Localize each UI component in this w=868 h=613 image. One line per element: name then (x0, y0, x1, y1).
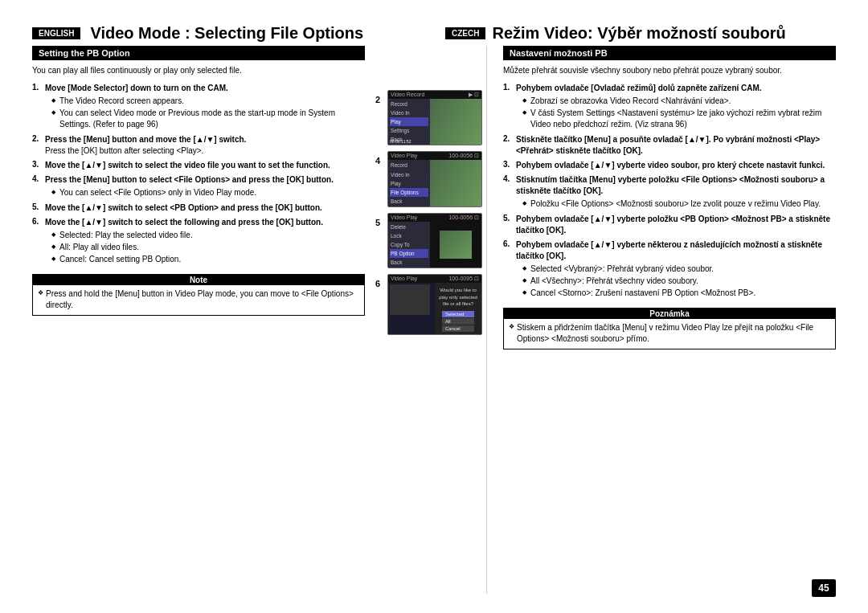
screen-4-body: Record Video In Play File Options Back (388, 160, 481, 206)
right-step-6-content: Pohybem ovladače [▲/▼] vyberte některou … (516, 239, 836, 300)
screen-5-menu-pboption: PB Option (390, 249, 428, 258)
czech-header-row: CZECH Režim Video: Výběr možností soubor… (442, 24, 836, 43)
screen-2-header-icons: ▶ ⊡ (469, 92, 479, 98)
screen-5-menu-copyto: Copy To (390, 240, 428, 249)
step-4-text: Press the [Menu] button to select <File … (45, 175, 334, 184)
right-step-5-text: Pohybem ovladače [▲/▼] vyberte položku <… (516, 215, 830, 235)
step-6-bullets: Selected: Play the selected video file. … (51, 230, 365, 265)
right-step-3: 3. Pohybem ovladače [▲/▼] vyberte video … (503, 160, 836, 171)
screen-5-menu-lock: Lock (390, 231, 428, 240)
screen-2: Video Record ▶ ⊡ Record Video In Play Se… (387, 90, 482, 145)
step-1-bullet-1: The Video Record screen appears. (51, 96, 365, 107)
screen-4: Video Play 100-0056 ⊡ Record Video In Pl… (387, 151, 482, 206)
screen-4-wrap: 4 Video Play 100-0056 ⊡ Record Video In … (387, 151, 482, 210)
left-column: Setting the PB Option You can play all f… (32, 46, 365, 594)
screen-5-image (430, 222, 481, 268)
step-3-content: Move the [▲/▼] switch to select the vide… (45, 160, 365, 171)
left-note-title: Note (33, 275, 364, 285)
right-step-4-text: Stisknutím tlačítka [Menu] vyberte polož… (516, 175, 825, 195)
title-czech: Režim Video: Výběr možností souborů (492, 24, 785, 43)
right-note-title: Poznámka (504, 309, 835, 319)
right-step-5: 5. Pohybem ovladače [▲/▼] vyberte položk… (503, 214, 836, 236)
screen-6-dialog: Would you like to play only selected fil… (435, 283, 481, 333)
screen-5-wrap: 5 Video Play 100-0056 ⊡ Delete Lock Copy… (387, 213, 482, 272)
right-step-4-number: 4. (503, 174, 513, 183)
screen-4-menu-videoin: Video In (390, 170, 428, 179)
screen-2-menu: Record Video In Play Settings Back (388, 99, 430, 145)
right-steps: 1. Pohybem ovladače [Ovladač režimů] dol… (503, 83, 836, 303)
right-step-3-content: Pohybem ovladače [▲/▼] vyberte video sou… (516, 160, 836, 171)
screen-4-menu-play: Play (390, 179, 428, 188)
right-step-1-text: Pohybem ovladače [Ovladač režimů] dolů z… (516, 84, 762, 92)
screen-5-thumb (440, 231, 472, 259)
step-4: 4. Press the [Menu] button to select <Fi… (32, 174, 365, 199)
right-step-1-number: 1. (503, 83, 513, 92)
left-steps: 1. Move [Mode Selector] down to turn on … (32, 83, 365, 269)
screen-5-body: Delete Lock Copy To PB Option Back (388, 222, 481, 268)
right-column: Nastavení možnosti PB Můžete přehrát sou… (491, 46, 836, 594)
screen-2-number: 2 (375, 95, 380, 104)
screen-4-image (430, 160, 481, 206)
screen-6-header-right: 100-0095 ⊡ (448, 276, 479, 282)
step-6-content: Move the [▲/▼] switch to select the foll… (45, 217, 365, 266)
screen-6-dialog-selected: Selected (442, 311, 474, 317)
screen-4-header-right: 100-0056 ⊡ (448, 153, 479, 159)
screen-5-menu-back: Back (390, 258, 428, 267)
screen-6-wrap: 6 Video Play 100-0095 ⊡ Would you like t… (387, 274, 482, 337)
screen-6-number: 6 (375, 279, 380, 288)
left-note-box: Note Press and hold the [Menu] button in… (32, 274, 365, 316)
screen-6-dialog-text: Would you like to play only selected fil… (436, 284, 480, 309)
right-step-5-number: 5. (503, 214, 513, 223)
step-2-content: Press the [Menu] button and move the [▲/… (45, 134, 365, 157)
screen-4-header: Video Play 100-0056 ⊡ (388, 152, 481, 160)
step-1: 1. Move [Mode Selector] down to turn on … (32, 83, 365, 131)
step-3: 3. Move the [▲/▼] switch to select the v… (32, 160, 365, 171)
screen-5-number: 5 (375, 218, 380, 227)
english-header-row: ENGLISH Video Mode : Selecting File Opti… (32, 24, 426, 43)
right-step-1-bullet-1: Zobrazí se obrazovka Video Record <Nahrá… (522, 96, 836, 107)
screen-4-header-left: Video Play (391, 153, 417, 159)
right-step-1-content: Pohybem ovladače [Ovladač režimů] dolů z… (516, 83, 836, 131)
screen-6: Video Play 100-0095 ⊡ Would you like to … (387, 274, 482, 334)
left-intro: You can play all files continuously or p… (32, 65, 365, 76)
title-english: Video Mode : Selecting File Options (90, 24, 363, 43)
right-note-box: Poznámka Stiskem a přidržením tlačítka [… (503, 308, 836, 349)
screens-column: 2 Video Record ▶ ⊡ Record Video In Play … (365, 46, 482, 594)
right-step-1-bullet-2: V části System Settings <Nastavení systé… (522, 108, 836, 130)
top-header: ENGLISH Video Mode : Selecting File Opti… (32, 24, 836, 44)
screen-2-image: 00:00:11:52 (430, 99, 481, 145)
screen-4-menu-fileoptions: File Options (390, 188, 428, 197)
right-step-5-content: Pohybem ovladače [▲/▼] vyberte položku <… (516, 214, 836, 236)
right-step-6-bullet-3: Cancel <Storno>: Zrušení nastavení PB Op… (522, 288, 836, 299)
right-step-4: 4. Stisknutím tlačítka [Menu] vyberte po… (503, 174, 836, 210)
english-tab: ENGLISH (32, 27, 80, 39)
screen-6-dialog-cancel: Cancel (442, 325, 474, 332)
column-divider (486, 46, 487, 594)
right-note-bullet-1: Stiskem a přidržením tlačítka [Menu] v r… (509, 322, 830, 345)
step-5-content: Move the [▲/▼] switch to select <PB Opti… (45, 202, 365, 214)
right-intro: Můžete přehrát souvisle všechny soubory … (503, 65, 836, 76)
right-step-1: 1. Pohybem ovladače [Ovladač režimů] dol… (503, 83, 836, 131)
step-5-text: Move the [▲/▼] switch to select <PB Opti… (45, 203, 322, 212)
screen-2-time: 00:00:11:52 (390, 139, 411, 144)
step-4-content: Press the [Menu] button to select <File … (45, 174, 365, 199)
screen-5-header: Video Play 100-0056 ⊡ (388, 214, 481, 222)
step-6-bullet-2: All: Play all video files. (51, 242, 365, 253)
screen-6-body: Would you like to play only selected fil… (388, 283, 481, 333)
step-6-bullet-1: Selected: Play the selected video file. (51, 230, 365, 241)
screen-5-header-left: Video Play (391, 215, 417, 221)
step-6-number: 6. (32, 217, 42, 226)
step-1-content: Move [Mode Selector] down to turn on the… (45, 83, 365, 131)
step-3-text: Move the [▲/▼] switch to select the vide… (45, 161, 330, 170)
czech-tab: CZECH (445, 27, 485, 39)
main-content: Setting the PB Option You can play all f… (32, 46, 836, 594)
step-4-bullets: You can select <File Options> only in Vi… (51, 187, 365, 198)
step-1-bullets: The Video Record screen appears. You can… (51, 96, 365, 130)
right-step-6: 6. Pohybem ovladače [▲/▼] vyberte někter… (503, 239, 836, 300)
screen-2-header-left: Video Record (391, 92, 424, 98)
step-6: 6. Move the [▲/▼] switch to select the f… (32, 217, 365, 266)
right-step-2: 2. Stiskněte tlačítko [Menu] a posuňte o… (503, 134, 836, 157)
step-6-bullet-3: Cancel: Cancel setting PB Option. (51, 254, 365, 265)
screen-6-dialog-all: All (442, 318, 474, 325)
step-1-number: 1. (32, 83, 42, 92)
